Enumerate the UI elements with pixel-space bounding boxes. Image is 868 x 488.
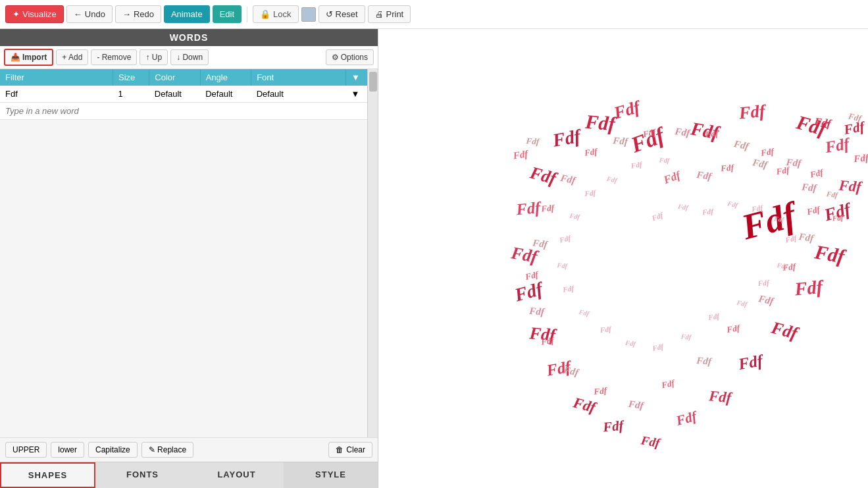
visualize-button[interactable]: ✦ Visualize <box>5 5 64 23</box>
lock-button[interactable]: 🔒 Lock <box>253 5 298 23</box>
svg-text:Fdf: Fdf <box>773 215 785 224</box>
import-button[interactable]: 📥 Import <box>4 49 53 66</box>
menu-item-style[interactable]: STYLE <box>284 462 378 488</box>
add-button[interactable]: + Add <box>56 49 88 65</box>
animate-button[interactable]: Animate <box>164 5 210 23</box>
replace-button[interactable]: ✎ Replace <box>141 442 193 458</box>
svg-text:Fdf: Fdf <box>736 299 749 309</box>
replace-icon: ✎ <box>149 445 155 454</box>
svg-text:Fdf: Fdf <box>757 293 775 307</box>
cell-word: Fdf <box>0 86 113 103</box>
col-arrow-header: ▼ <box>345 69 367 86</box>
svg-text:Fdf: Fdf <box>725 323 741 335</box>
upper-button[interactable]: UPPER <box>5 442 47 458</box>
svg-text:Fdf: Fdf <box>556 261 569 270</box>
menu-item-layout[interactable]: LAYOUT <box>190 462 284 488</box>
col-angle-header: Angle <box>200 69 251 86</box>
new-word-input[interactable] <box>0 103 367 119</box>
cell-angle: Default <box>200 86 251 103</box>
undo-button[interactable]: ← Undo <box>66 5 113 23</box>
scrollbar[interactable] <box>367 69 378 437</box>
svg-text:Fdf: Fdf <box>784 234 798 244</box>
cell-arrow: ▼ <box>345 86 367 103</box>
table-row[interactable]: Fdf 1 Default Default Default ▼ <box>0 86 367 103</box>
svg-text:Fdf: Fdf <box>569 212 581 221</box>
add-label: + Add <box>62 53 82 62</box>
svg-text:Fdf: Fdf <box>540 203 556 214</box>
word-cloud-canvas: .wc-text { font-family: Georgia, 'Times … <box>378 29 868 488</box>
down-button[interactable]: ↓ Down <box>170 49 209 65</box>
bottom-case-toolbar: UPPER lower Capitalize ✎ Replace 🗑 Clear <box>0 437 378 462</box>
main-content: WORDS 📥 Import + Add - Remove ↑ Up ↓ Dow… <box>0 29 868 488</box>
svg-text:Fdf: Fdf <box>732 138 751 152</box>
svg-text:Fdf: Fdf <box>785 157 803 169</box>
svg-text:Fdf: Fdf <box>680 333 692 341</box>
top-toolbar: ✦ Visualize ← Undo → Redo Animate Edit 🔒… <box>0 0 868 29</box>
reset-label: Reset <box>336 9 358 19</box>
edit-button[interactable]: Edit <box>213 5 242 23</box>
up-label: ↑ Up <box>145 53 162 62</box>
svg-text:Fdf: Fdf <box>550 125 584 151</box>
svg-text:Fdf: Fdf <box>738 101 767 123</box>
lower-button[interactable]: lower <box>51 442 84 458</box>
svg-text:Fdf: Fdf <box>571 394 600 416</box>
wordcloud-svg: .wc-text { font-family: Georgia, 'Times … <box>378 29 868 488</box>
undo-icon: ← <box>74 9 82 19</box>
clear-button[interactable]: 🗑 Clear <box>328 442 372 458</box>
table-wrapper: Filter Size Color Angle <box>0 69 378 437</box>
svg-text:Fdf: Fdf <box>825 190 839 200</box>
svg-text:Fdf: Fdf <box>776 261 788 270</box>
svg-text:Fdf: Fdf <box>707 387 733 406</box>
svg-text:Fdf: Fdf <box>798 231 816 244</box>
lock-label: Lock <box>273 9 291 19</box>
svg-text:Fdf: Fdf <box>605 175 619 184</box>
svg-text:Fdf: Fdf <box>660 377 677 390</box>
svg-text:Fdf: Fdf <box>813 240 848 268</box>
options-button[interactable]: ⚙ Options <box>326 49 374 65</box>
redo-button[interactable]: → Redo <box>115 5 161 23</box>
svg-text:Fdf: Fdf <box>813 115 833 130</box>
import-label: Import <box>22 53 47 62</box>
svg-text:Fdf: Fdf <box>823 134 853 157</box>
svg-text:Fdf: Fdf <box>702 207 715 217</box>
svg-text:Fdf: Fdf <box>651 342 665 353</box>
svg-text:Fdf: Fdf <box>805 204 822 217</box>
remove-label: - Remove <box>97 53 131 62</box>
svg-text:Fdf: Fdf <box>677 203 690 211</box>
svg-text:Fdf: Fdf <box>640 433 662 450</box>
scroll-thumb[interactable] <box>369 72 377 92</box>
up-button[interactable]: ↑ Up <box>140 49 168 65</box>
visualize-label: Visualize <box>22 9 57 19</box>
panel-toolbar: 📥 Import + Add - Remove ↑ Up ↓ Down ⚙ Op… <box>0 46 378 69</box>
svg-text:Fdf: Fdf <box>751 157 769 171</box>
svg-text:Fdf: Fdf <box>625 339 637 348</box>
color-swatch[interactable] <box>301 7 316 22</box>
svg-text:Fdf: Fdf <box>853 152 868 164</box>
undo-label: Undo <box>85 9 105 19</box>
table-scroll[interactable]: Filter Size Color Angle <box>0 69 367 437</box>
visualize-icon: ✦ <box>13 9 20 19</box>
reset-icon: ↺ <box>326 9 333 19</box>
capitalize-button[interactable]: Capitalize <box>88 442 138 458</box>
import-icon: 📥 <box>11 53 20 62</box>
svg-text:Fdf: Fdf <box>578 308 591 318</box>
menu-item-fonts[interactable]: FONTS <box>95 462 190 488</box>
svg-text:Fdf: Fdf <box>612 135 630 147</box>
svg-text:Fdf: Fdf <box>658 156 671 165</box>
reset-button[interactable]: ↺ Reset <box>319 5 365 23</box>
col-size-header: Size <box>113 69 149 86</box>
menu-item-shapes[interactable]: SHAPES <box>0 462 95 488</box>
redo-label: Redo <box>134 9 154 19</box>
new-word-row[interactable] <box>0 103 367 120</box>
print-button[interactable]: 🖨 Print <box>368 5 411 23</box>
remove-button[interactable]: - Remove <box>91 49 137 65</box>
svg-text:Fdf: Fdf <box>736 351 766 373</box>
svg-text:Fdf: Fdf <box>831 213 844 223</box>
svg-text:Fdf: Fdf <box>599 325 612 334</box>
svg-text:Fdf: Fdf <box>759 146 775 158</box>
svg-text:Fdf: Fdf <box>674 126 692 138</box>
down-label: ↓ Down <box>176 53 203 62</box>
clear-icon: 🗑 <box>336 445 344 454</box>
svg-text:Fdf: Fdf <box>661 169 684 187</box>
svg-text:Fdf: Fdf <box>757 279 770 288</box>
